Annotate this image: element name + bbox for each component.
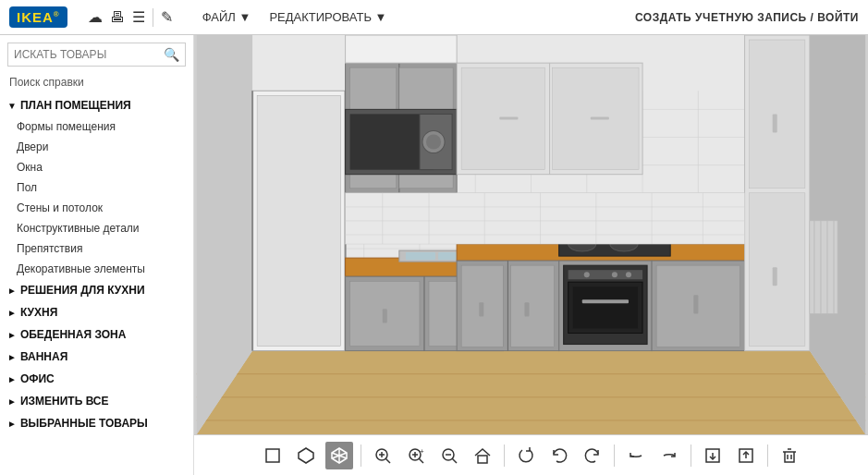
sidebar-item-doors[interactable]: Двери [0,137,193,157]
bottom-toolbar: + [194,434,868,475]
pencil-icon[interactable]: ✎ [161,8,173,26]
export-button[interactable] [732,442,760,469]
menu-bar: ФАЙЛ ▼ РЕДАКТИРОВАТЬ ▼ [193,10,397,24]
sidebar-cat-label-6: ОФИС [20,372,55,385]
arrow-icon-4: ► [7,330,17,340]
sidebar-item-structural[interactable]: Конструктивные детали [0,218,193,238]
svg-rect-69 [693,295,698,313]
sidebar-section-plan: ▼ ПЛАН ПОМЕЩЕНИЯ Формы помещения Двери О… [0,94,193,279]
redo-button[interactable] [579,442,606,469]
sidebar-section-office: ► ОФИС [0,368,193,390]
topbar: IKEA ☁ 🖶 ☰ ✎ ФАЙЛ ▼ РЕДАКТИРОВАТЬ ▼ СОЗД… [0,0,868,35]
arrow-icon-3: ► [7,308,17,318]
sidebar-section-kitchen: ► КУХНЯ [0,301,193,323]
floor-plan-button[interactable] [259,442,287,469]
orbit-right-button[interactable] [655,442,683,469]
svg-point-37 [426,134,441,149]
arrow-icon-6: ► [7,374,17,384]
sidebar-cat-plan[interactable]: ▼ ПЛАН ПОМЕЩЕНИЯ [0,94,193,116]
sidebar-cat-label-2: РЕШЕНИЯ ДЛЯ КУХНИ [20,284,145,297]
zoom-in-button[interactable]: + [402,442,430,469]
svg-rect-116 [478,456,487,463]
cloud-upload-icon[interactable]: ☁ [88,8,103,26]
orbit-left-button[interactable] [622,442,650,469]
sidebar-cat-label-4: ОБЕДЕННАЯ ЗОНА [20,328,127,341]
search-box[interactable]: 🔍 [7,43,186,67]
svg-point-61 [612,272,617,277]
print-icon[interactable]: 🖶 [110,9,125,26]
sidebar-cat-selected[interactable]: ► ВЫБРАННЫЕ ТОВАРЫ [0,412,193,434]
sidebar-section-selected: ► ВЫБРАННЫЕ ТОВАРЫ [0,412,193,434]
sidebar-item-decorative[interactable]: Декоративные элементы [0,259,193,279]
sidebar-section-kitchen-solutions: ► РЕШЕНИЯ ДЛЯ КУХНИ [0,279,193,301]
sidebar-cat-label: ПЛАН ПОМЕЩЕНИЯ [20,99,131,112]
sidebar-cat-change-all[interactable]: ► ИЗМЕНИТЬ ВСЕ [0,390,193,412]
canvas-area[interactable]: + [194,35,868,475]
sidebar-item-floor[interactable]: Пол [0,177,193,198]
svg-rect-75 [524,302,529,316]
undo-button[interactable] [545,442,573,469]
sidebar: 🔍 Поиск справки ▼ ПЛАН ПОМЕЩЕНИЯ Формы п… [0,35,194,475]
menu-file[interactable]: ФАЙЛ ▼ [193,10,261,24]
3d-view-button[interactable] [325,442,353,469]
viewport[interactable] [194,35,868,434]
svg-line-109 [419,458,423,463]
svg-point-62 [626,272,631,277]
search-icon[interactable]: 🔍 [164,47,179,62]
arrow-icon-7: ► [7,396,17,407]
sidebar-cat-bathroom[interactable]: ► ВАННАЯ [0,346,193,368]
sidebar-section-change-all: ► ИЗМЕНИТЬ ВСЕ [0,390,193,412]
search-input[interactable] [14,48,164,61]
arrow-icon-8: ► [7,419,17,429]
svg-rect-52 [499,116,518,119]
account-link[interactable]: СОЗДАТЬ УЧЕТНУЮ ЗАПИСЬ / ВОЙТИ [635,11,859,24]
svg-rect-80 [773,267,777,286]
svg-rect-59 [573,286,638,328]
svg-rect-77 [750,40,805,189]
svg-text:+: + [420,447,424,456]
svg-rect-74 [479,302,483,316]
zoom-fit-button[interactable] [369,442,397,469]
sidebar-cat-label-5: ВАННАЯ [20,350,67,363]
svg-rect-73 [510,265,554,347]
sidebar-cat-kitchen-solutions[interactable]: ► РЕШЕНИЯ ДЛЯ КУХНИ [0,279,193,301]
kitchen-scene [194,35,868,434]
help-link[interactable]: Поиск справки [0,74,193,94]
svg-rect-43 [383,309,387,323]
sidebar-section-bathroom: ► ВАННАЯ [0,346,193,368]
rotate-cw-button[interactable] [512,442,540,469]
svg-line-105 [385,458,390,463]
sidebar-cat-office[interactable]: ► ОФИС [0,368,193,390]
svg-rect-86 [346,193,745,244]
import-button[interactable] [699,442,727,469]
menu-edit[interactable]: РЕДАКТИРОВАТЬ ▼ [260,10,396,24]
sidebar-item-walls[interactable]: Стены и потолок [0,198,193,218]
delete-button[interactable] [776,442,803,469]
arrow-icon-5: ► [7,352,17,362]
svg-point-60 [584,272,590,277]
svg-rect-63 [582,299,629,303]
list-icon[interactable]: ☰ [132,8,145,26]
svg-rect-97 [346,35,458,63]
ikea-logo[interactable]: IKEA [9,6,67,28]
svg-marker-99 [299,448,313,463]
svg-line-114 [452,458,457,463]
sidebar-cat-kitchen[interactable]: ► КУХНЯ [0,301,193,323]
perspective-button[interactable] [292,442,320,469]
arrow-icon: ▼ [7,101,17,111]
main-layout: 🔍 Поиск справки ▼ ПЛАН ПОМЕЩЕНИЯ Формы п… [0,35,868,475]
zoom-out-button[interactable] [435,442,463,469]
sidebar-item-obstacles[interactable]: Препятствия [0,238,193,259]
svg-marker-0 [197,351,865,434]
svg-rect-53 [591,116,609,119]
sidebar-cat-label-7: ИЗМЕНИТЬ ВСЕ [20,395,109,408]
toolbar-icons: ☁ 🖶 ☰ ✎ [88,8,173,27]
sidebar-section-dining: ► ОБЕДЕННАЯ ЗОНА [0,323,193,346]
sidebar-cat-dining[interactable]: ► ОБЕДЕННАЯ ЗОНА [0,323,193,346]
sidebar-cat-label-3: КУХНЯ [20,306,57,319]
sidebar-item-room-shapes[interactable]: Формы помещения [0,116,193,137]
svg-rect-26 [257,95,340,346]
home-button[interactable] [469,442,496,469]
sidebar-item-windows[interactable]: Окна [0,157,193,177]
svg-rect-79 [773,114,777,132]
